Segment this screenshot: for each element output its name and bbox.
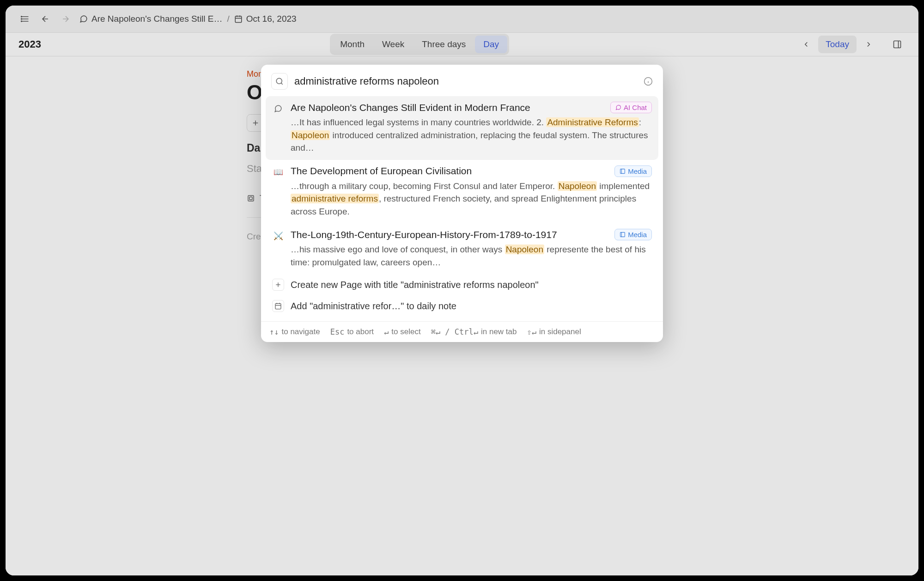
result-title: The-Long-19th-Century-European-History-F… bbox=[291, 229, 610, 240]
result-snippet: …through a military coup, becoming First… bbox=[291, 180, 652, 218]
result-title: The Development of European Civilisation bbox=[291, 165, 610, 177]
search-input[interactable] bbox=[294, 75, 637, 87]
result-snippet: …It has influenced legal systems in many… bbox=[291, 116, 652, 154]
search-footer: ↑↓to navigate Escto abort ↵to select ⌘↵ … bbox=[261, 321, 663, 342]
create-page-action[interactable]: Create new Page with title "administrati… bbox=[266, 274, 658, 295]
svg-rect-25 bbox=[275, 304, 281, 309]
search-row bbox=[261, 65, 663, 96]
hint-navigate: ↑↓to navigate bbox=[269, 327, 320, 336]
app-window: Are Napoleon's Changes Still E… / Oct 16… bbox=[6, 6, 918, 575]
book-icon: 📖 bbox=[272, 166, 284, 178]
badge-aichat: AI Chat bbox=[610, 102, 652, 113]
hint-abort: Escto abort bbox=[330, 327, 374, 336]
search-result[interactable]: Are Napoleon's Changes Still Evident in … bbox=[266, 96, 658, 160]
add-daily-action[interactable]: Add "administrative refor…" to daily not… bbox=[266, 295, 658, 317]
action-label: Add "administrative refor…" to daily not… bbox=[291, 301, 456, 312]
svg-line-17 bbox=[281, 83, 282, 84]
svg-point-16 bbox=[276, 78, 282, 84]
hint-newtab: ⌘↵ / Ctrl↵in new tab bbox=[431, 327, 517, 336]
result-title: Are Napoleon's Changes Still Evident in … bbox=[291, 102, 606, 113]
hint-sidepanel: ⇧↵in sidepanel bbox=[527, 327, 581, 336]
search-icon bbox=[271, 73, 288, 90]
calendar-icon bbox=[272, 300, 284, 312]
result-snippet: …his massive ego and love of conquest, i… bbox=[291, 243, 652, 269]
search-result[interactable]: ⚔️ The-Long-19th-Century-European-Histor… bbox=[266, 223, 658, 274]
info-icon[interactable] bbox=[644, 77, 653, 86]
action-label: Create new Page with title "administrati… bbox=[291, 280, 539, 290]
search-result[interactable]: 📖 The Development of European Civilisati… bbox=[266, 160, 658, 224]
swords-icon: ⚔️ bbox=[272, 230, 284, 242]
badge-media: Media bbox=[614, 165, 652, 177]
hint-select: ↵to select bbox=[384, 327, 421, 336]
search-results: Are Napoleon's Changes Still Evident in … bbox=[261, 96, 663, 321]
svg-rect-21 bbox=[620, 169, 625, 173]
svg-rect-22 bbox=[620, 232, 625, 237]
chat-icon bbox=[272, 103, 284, 115]
badge-media: Media bbox=[614, 229, 652, 240]
plus-icon bbox=[272, 279, 284, 291]
search-modal: Are Napoleon's Changes Still Evident in … bbox=[261, 65, 663, 342]
